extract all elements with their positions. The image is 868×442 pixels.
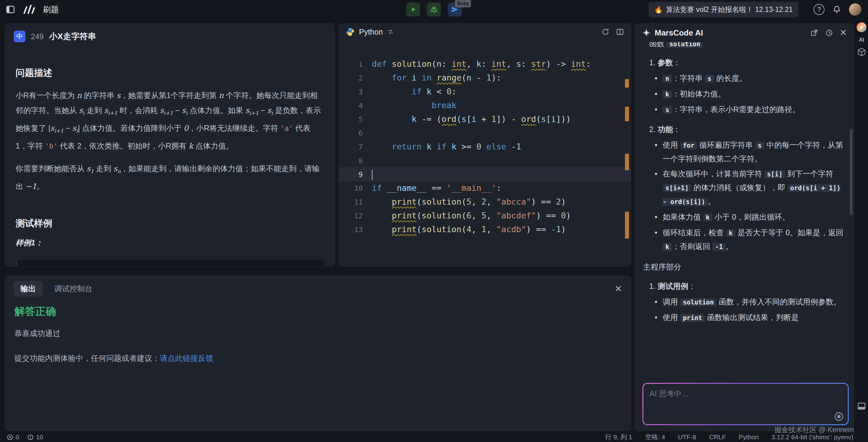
sidebar-toggle-icon[interactable] [5,5,15,14]
line-number[interactable]: 1 [339,58,372,71]
line-number[interactable]: 8 [339,154,372,168]
line-number[interactable]: 13 [339,223,372,237]
code-line[interactable]: 13 print(solution(4, 1, "acdb") == -1) [339,223,631,236]
line-number[interactable]: 11 [339,196,372,209]
feedback-text: 提交功能内测体验中，任何问题或者建议： [14,354,160,362]
line-number[interactable]: 5 [339,113,372,126]
sample-1-input-block: 输入: n = 5,k = 2,s = "abcca" [16,260,324,266]
feedback-line: 提交功能内测体验中，任何问题或者建议：请点此链接反馈 [14,353,631,363]
beta-badge: Beta [455,0,471,7]
tab-debug-console[interactable]: 调试控制台 [54,284,92,294]
code-line[interactable]: 1def solution(n: int, k: int, s: str) ->… [339,57,631,71]
line-number[interactable]: 7 [339,140,372,154]
nav-item-problems[interactable]: 刷题 [43,4,59,15]
encoding-setting[interactable]: UTF-8 [678,434,696,441]
debug-button[interactable] [427,2,441,17]
close-icon[interactable]: ✕ [840,28,847,37]
verdict-subtext: 恭喜成功通过 [14,328,631,338]
tab-output[interactable]: 输出 [14,281,42,296]
ai-header: MarsCode AI ✕ [635,24,854,42]
ai-input-border: AI 思考中... [643,383,849,425]
switch-language-icon[interactable] [387,28,394,35]
contest-banner[interactable]: 🔥 算法竞赛 vol2 开始报名啦！ 12.13-12.21 [649,2,798,18]
run-button[interactable] [406,2,420,17]
warning-mark [625,79,629,88]
problem-paragraph-2: 你需要判断她能否从 s1 走到 sn，如果能走到，请输出剩余的体力值；如果不能走… [16,161,324,194]
eol-setting[interactable]: CRLF [709,434,726,441]
difficulty-badge: 中 [14,31,25,42]
ai-response: 函数 solution 1. 参数： n：字符串 s 的长度。 k：初始体力值。… [635,42,854,325]
marscode-ai-extension-icon[interactable] [856,22,867,32]
topbar: 刷题 Beta 🔥 算法竞赛 vol2 开始报名啦！ 12.13-12.2 [0,0,868,19]
ai-list-item: 1. 参数： [643,56,846,69]
code-line[interactable]: 10if __name__ == '__main__': [339,181,631,195]
export-chat-icon[interactable] [810,29,818,37]
code-line[interactable]: 11 print(solution(5, 2, "abcca") == 2) [339,195,631,209]
language-selector[interactable]: Python [359,28,383,36]
ai-list-item: 如果体力值 k 小于 0，则跳出循环。 [643,210,846,224]
problem-description: 问题描述 小R有一个长度为 n 的字符串 s，她需要从第1个字符走到第 n 个字… [5,67,335,266]
ai-list-item: 使用 for 循环遍历字符串 s 中的每一个字符，从第一个字符到倒数第二个字符。 [643,139,846,166]
stop-generating-icon[interactable] [834,411,844,422]
errors-indicator[interactable]: 0 [7,434,19,441]
cursor-position[interactable]: 行 9, 列 1 [605,433,632,441]
code-editor-panel: Python 1def solution [339,23,631,266]
ai-list-item: k：初始体力值。 [643,87,846,101]
avatar[interactable] [849,3,861,16]
ai-list-item: s：字符串，表示小R需要走过的路径。 [643,103,846,117]
ai-list-item: 2. 功能： [643,123,846,136]
code-line[interactable]: 12 print(solution(6, 5, "abcdef") == 0) [339,209,631,223]
warnings-indicator[interactable]: 10 [27,434,43,441]
ai-list-item: 主程序部分 [643,260,846,273]
code-line[interactable]: 6 [339,126,631,140]
ai-list-item: 1. 测试用例： [643,279,846,293]
help-icon[interactable]: ? [813,4,825,15]
reset-code-icon[interactable] [601,28,609,36]
ai-list-item: 在每次循环中，计算当前字符 s[i] 到下一个字符 s[i+1] 的体力消耗（或… [643,167,846,209]
problem-panel: 中 249 小X走字符串 问题描述 小R有一个长度为 n 的字符串 s，她需要从… [5,23,335,266]
problem-header: 中 249 小X走字符串 [5,24,335,50]
language-mode[interactable]: Python [739,434,758,441]
ai-list-item: n：字符串 s 的长度。 [643,72,846,85]
code-line[interactable]: 7 return k if k >= 0 else -1 [339,140,631,153]
contest-banner-text: 算法竞赛 vol2 开始报名啦！ 12.13-12.21 [666,5,793,14]
code-line[interactable]: 5 k -= (ord(s[i + 1]) - ord(s[i])) [339,112,631,126]
sample-1-label: 样例1： [16,238,324,248]
code-line[interactable]: 2 for i in range(n - 1): [339,71,631,85]
output-panel: 输出 调试控制台 ✕ 解答正确 恭喜成功通过 提交功能内测体验中，任何问题或者建… [5,276,631,431]
ai-chat-input[interactable]: AI 思考中... [643,384,848,424]
feedback-link[interactable]: 请点此链接反馈 [160,354,213,362]
line-number[interactable]: 12 [339,209,372,223]
line-number[interactable]: 3 [339,85,372,99]
app: 刷题 Beta 🔥 算法竞赛 vol2 开始报名啦！ 12.13-12.2 [0,0,868,442]
line-number[interactable]: 10 [339,182,372,196]
split-layout-icon[interactable] [616,28,624,36]
warning-mark [625,107,629,121]
history-icon[interactable] [825,29,833,37]
indentation-setting[interactable]: 空格: 4 [645,433,665,441]
community-watermark: 掘金技术社区 @ Kennem [774,425,854,435]
line-number[interactable]: 2 [339,71,372,85]
line-number[interactable]: 4 [339,99,372,113]
problem-paragraph-1: 小R有一个长度为 n 的字符串 s，她需要从第1个字符走到第 n 个字符。她每次… [16,88,324,154]
marscode-logo[interactable] [22,5,36,14]
python-icon [345,27,355,36]
marscode-ai-panel: MarsCode AI ✕ 函数 solution 1. 参数： n：字符串 s… [635,23,854,431]
close-icon[interactable]: ✕ [615,284,622,293]
line-number[interactable]: 9 [339,168,372,182]
bottom-panel-toggle-icon[interactable] [857,402,866,411]
ai-list-item: 使用 print 函数输出测试结果，判断是 [643,311,846,325]
ai-list-item: 调用 solution 函数，并传入不同的测试用例参数。 [643,295,846,309]
ai-panel-title: MarsCode AI [655,28,703,38]
code-line[interactable]: 3 if k < 0: [339,85,631,98]
code-line[interactable]: 8 [339,153,631,167]
bell-icon[interactable] [833,5,841,14]
scrollbar[interactable] [850,129,852,215]
problem-title: 小X走字符串 [49,31,96,42]
code-line[interactable]: 4 break [339,98,631,112]
code-line-current[interactable]: 9 [339,167,631,181]
line-number[interactable]: 6 [339,126,372,140]
errors-count: 0 [16,434,19,441]
toolbox-icon[interactable] [857,48,866,57]
ai-list-item: 循环结束后，检查 k 是否大于等于 0。如果是，返回 k；否则返回 -1。 [643,226,846,254]
